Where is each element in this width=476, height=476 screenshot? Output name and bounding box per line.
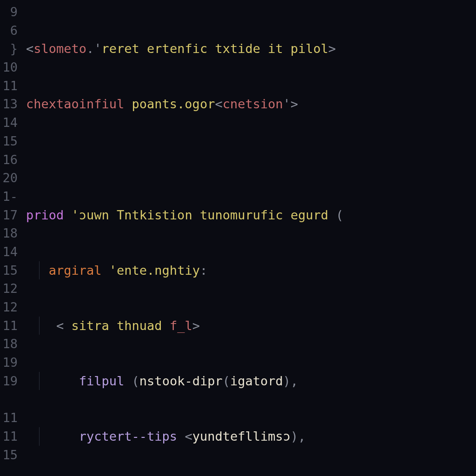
line-number: 12	[0, 298, 21, 317]
code-line[interactable]: <slometo.'reret ertenfic txtide it pilol…	[26, 40, 476, 58]
line-number: 15	[0, 132, 21, 151]
code-line[interactable]	[26, 151, 476, 169]
line-number: 18	[0, 335, 21, 353]
line-number: 19	[0, 372, 21, 390]
line-number: 13	[0, 95, 21, 113]
line-number: 14	[0, 113, 21, 132]
line-number: 20	[0, 169, 21, 187]
code-line[interactable]: ryctert--tips <yundtefllimsɔ),	[26, 427, 476, 446]
line-number: }	[0, 40, 21, 58]
line-number: 18	[0, 224, 21, 243]
line-number: 12	[0, 279, 21, 298]
code-line[interactable]: argiral 'ente.nghtiy:	[26, 261, 476, 280]
line-number: 14	[0, 243, 21, 261]
line-number: 6	[0, 21, 21, 40]
code-area[interactable]: <slometo.'reret ertenfic txtide it pilol…	[21, 0, 476, 476]
line-number	[0, 390, 21, 409]
line-number: 15	[0, 261, 21, 280]
code-line[interactable]: chextaoinfiul poants.ogor<cnetsion'>	[26, 95, 476, 113]
line-number: 11	[0, 427, 21, 446]
code-line[interactable]: priod 'ɔuwn Tntkistion tunomurufic egurd…	[26, 206, 476, 225]
code-line[interactable]: filpul (nstook-dipr(igatord),	[26, 372, 476, 390]
line-number: 11	[0, 317, 21, 335]
line-number: 9	[0, 3, 21, 21]
code-editor[interactable]: 9 6 } 10 11 13 14 15 16 20 1- 17 18 14 1…	[0, 0, 476, 476]
line-number: 19	[0, 353, 21, 372]
line-number: 17	[0, 206, 21, 225]
line-number-gutter: 9 6 } 10 11 13 14 15 16 20 1- 17 18 14 1…	[0, 0, 21, 476]
line-number: 11	[0, 77, 21, 95]
line-number: 16	[0, 151, 21, 169]
line-number: 10	[0, 58, 21, 77]
line-number: 11	[0, 409, 21, 427]
code-line[interactable]: < sitra thnuad f_l>	[26, 317, 476, 335]
line-number: 15	[0, 446, 21, 464]
line-number: 1-	[0, 187, 21, 206]
